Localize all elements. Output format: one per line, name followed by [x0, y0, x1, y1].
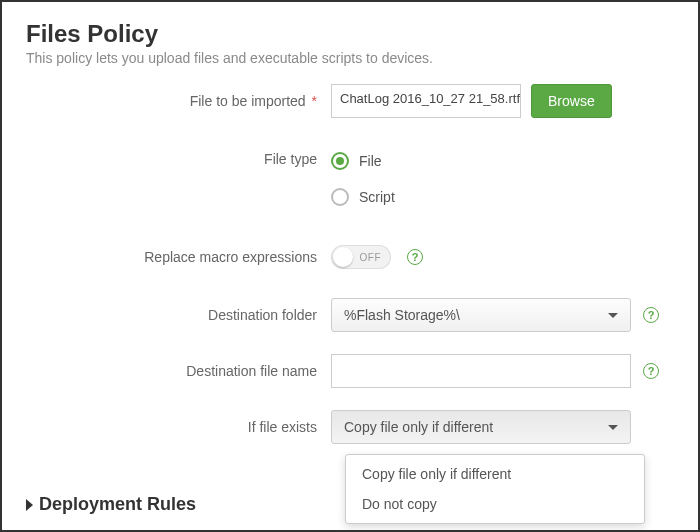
deployment-rules-label: Deployment Rules	[39, 494, 196, 515]
radio-icon	[331, 188, 349, 206]
file-type-radio-file[interactable]: File	[331, 152, 395, 170]
dest-folder-label: Destination folder	[26, 307, 331, 323]
dest-folder-value: %Flash Storage%\	[344, 307, 460, 323]
toggle-value: OFF	[360, 252, 382, 263]
radio-label-script: Script	[359, 189, 395, 205]
dest-file-name-input[interactable]	[331, 354, 631, 388]
replace-macro-toggle[interactable]: OFF	[331, 245, 391, 269]
if-exists-select[interactable]: Copy file only if different	[331, 410, 631, 444]
caret-right-icon	[26, 499, 33, 511]
chevron-down-icon	[608, 313, 618, 318]
file-import-label: File to be imported *	[26, 93, 331, 109]
if-exists-option-copy-if-different[interactable]: Copy file only if different	[346, 459, 644, 489]
page-title: Files Policy	[26, 20, 674, 48]
radio-icon	[331, 152, 349, 170]
browse-button[interactable]: Browse	[531, 84, 612, 118]
help-icon[interactable]: ?	[643, 363, 659, 379]
page-subtitle: This policy lets you upload files and ex…	[26, 50, 674, 66]
if-exists-dropdown[interactable]: Copy file only if different Do not copy	[345, 454, 645, 524]
replace-macro-label: Replace macro expressions	[26, 249, 331, 265]
radio-label-file: File	[359, 153, 382, 169]
help-icon[interactable]: ?	[643, 307, 659, 323]
file-import-display: ChatLog 2016_10_27 21_58.rtf	[331, 84, 521, 118]
if-exists-label: If file exists	[26, 419, 331, 435]
required-asterisk: *	[312, 93, 317, 109]
file-type-radio-script[interactable]: Script	[331, 188, 395, 206]
dest-folder-select[interactable]: %Flash Storage%\	[331, 298, 631, 332]
help-icon[interactable]: ?	[407, 249, 423, 265]
chevron-down-icon	[608, 425, 618, 430]
if-exists-value: Copy file only if different	[344, 419, 493, 435]
dest-file-name-label: Destination file name	[26, 363, 331, 379]
file-type-label: File type	[26, 148, 331, 167]
if-exists-option-do-not-copy[interactable]: Do not copy	[346, 489, 644, 519]
